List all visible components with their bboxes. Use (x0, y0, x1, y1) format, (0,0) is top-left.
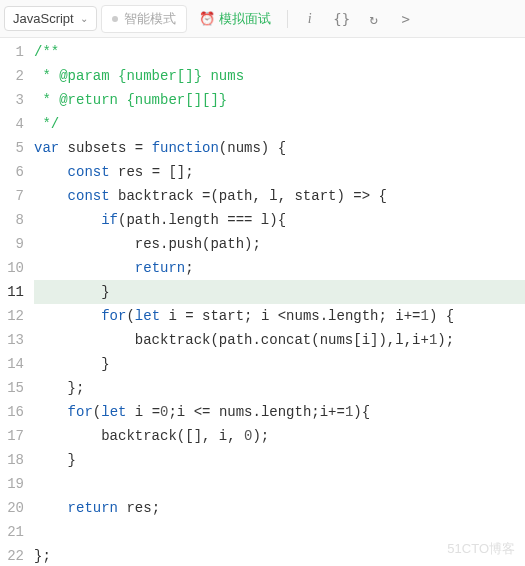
line-number: 8 (0, 208, 24, 232)
chevron-down-icon: ⌄ (80, 13, 88, 24)
info-button[interactable]: i (296, 5, 324, 33)
line-number: 2 (0, 64, 24, 88)
code-line[interactable]: var subsets = function(nums) { (34, 136, 525, 160)
line-number: 15 (0, 376, 24, 400)
line-number: 4 (0, 112, 24, 136)
line-number: 6 (0, 160, 24, 184)
code-line[interactable]: /** (34, 40, 525, 64)
line-number: 5 (0, 136, 24, 160)
code-line[interactable]: } (34, 352, 525, 376)
code-editor[interactable]: 12345678910111213141516171819202122 /** … (0, 38, 525, 566)
line-number: 12 (0, 304, 24, 328)
code-line[interactable]: return res; (34, 496, 525, 520)
toolbar-divider (287, 10, 288, 28)
line-number: 3 (0, 88, 24, 112)
line-number: 11 (0, 280, 24, 304)
code-area[interactable]: /** * @param {number[]} nums * @return {… (34, 38, 525, 566)
mock-interview-button[interactable]: ⏰ 模拟面试 (191, 6, 279, 32)
code-line[interactable]: for(let i = start; i <nums.length; i+=1)… (34, 304, 525, 328)
braces-icon: {} (333, 11, 350, 27)
status-dot-icon (112, 16, 118, 22)
smart-mode-label: 智能模式 (124, 10, 176, 28)
line-number: 14 (0, 352, 24, 376)
line-number: 20 (0, 496, 24, 520)
info-icon: i (308, 11, 312, 27)
code-line[interactable]: backtrack([], i, 0); (34, 424, 525, 448)
code-line[interactable]: const res = []; (34, 160, 525, 184)
mock-interview-label: 模拟面试 (219, 10, 271, 28)
line-number: 16 (0, 400, 24, 424)
code-line[interactable]: const backtrack =(path, l, start) => { (34, 184, 525, 208)
line-number: 19 (0, 472, 24, 496)
code-line[interactable]: */ (34, 112, 525, 136)
reset-button[interactable]: ↻ (360, 5, 388, 33)
line-number: 18 (0, 448, 24, 472)
language-selector[interactable]: JavaScript ⌄ (4, 6, 97, 31)
code-line[interactable]: }; (34, 376, 525, 400)
line-number: 10 (0, 256, 24, 280)
code-line[interactable]: if(path.length === l){ (34, 208, 525, 232)
editor-toolbar: JavaScript ⌄ 智能模式 ⏰ 模拟面试 i {} ↻ > (0, 0, 525, 38)
line-number: 22 (0, 544, 24, 566)
code-line[interactable]: } (34, 448, 525, 472)
line-number: 7 (0, 184, 24, 208)
alarm-icon: ⏰ (199, 11, 215, 26)
code-line[interactable]: for(let i =0;i <= nums.length;i+=1){ (34, 400, 525, 424)
expand-icon: > (401, 11, 409, 27)
line-number: 1 (0, 40, 24, 64)
code-line[interactable]: * @param {number[]} nums (34, 64, 525, 88)
language-label: JavaScript (13, 11, 74, 26)
line-number: 21 (0, 520, 24, 544)
refresh-icon: ↻ (369, 11, 377, 27)
format-button[interactable]: {} (328, 5, 356, 33)
code-line[interactable]: res.push(path); (34, 232, 525, 256)
code-line[interactable]: backtrack(path.concat(nums[i]),l,i+1); (34, 328, 525, 352)
watermark: 51CTO博客 (447, 540, 515, 558)
line-number: 13 (0, 328, 24, 352)
line-number: 9 (0, 232, 24, 256)
code-line[interactable] (34, 472, 525, 496)
expand-button[interactable]: > (392, 5, 420, 33)
line-number: 17 (0, 424, 24, 448)
smart-mode-toggle[interactable]: 智能模式 (101, 5, 187, 33)
line-gutter: 12345678910111213141516171819202122 (0, 38, 34, 566)
code-line[interactable]: return; (34, 256, 525, 280)
code-line[interactable]: * @return {number[][]} (34, 88, 525, 112)
code-line[interactable]: } (34, 280, 525, 304)
